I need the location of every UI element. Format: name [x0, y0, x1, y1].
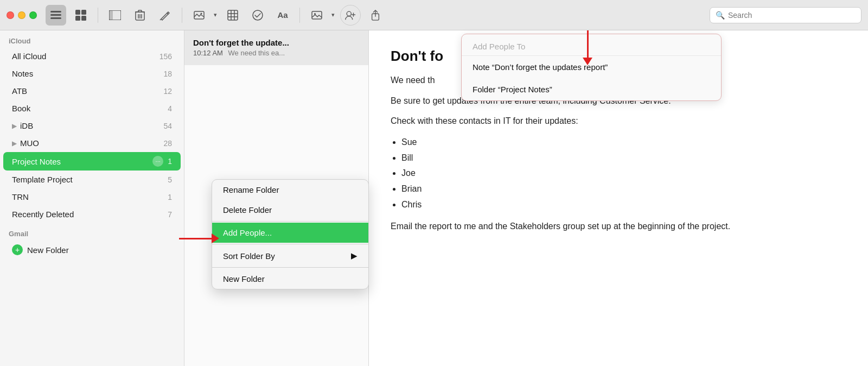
close-button[interactable]: [7, 11, 14, 19]
gmail-section-label: Gmail: [0, 223, 184, 240]
delete-folder-item[interactable]: Delete Folder: [212, 200, 368, 220]
svg-rect-19: [228, 10, 238, 20]
all-icloud-label: All iCloud: [12, 52, 157, 61]
idb-count: 54: [163, 122, 172, 130]
image-insert-button[interactable]: [307, 5, 327, 26]
red-arrow-side: [179, 234, 219, 243]
delete-button[interactable]: [130, 5, 150, 26]
svg-rect-25: [312, 11, 322, 19]
titlebar: ▾ Aa ▾: [0, 0, 868, 30]
panel-icon: [109, 10, 121, 20]
add-person-icon: [345, 10, 356, 21]
share-icon: [371, 10, 380, 21]
project-notes-count: 1: [168, 157, 172, 166]
idb-label: iDB: [20, 121, 161, 130]
main-layout: iCloud All iCloud 156 Notes 18 ATB 12 Bo…: [0, 30, 868, 366]
svg-rect-0: [50, 11, 61, 12]
project-notes-label: Project Notes: [12, 157, 152, 166]
font-label: Aa: [277, 10, 288, 20]
muo-count: 28: [163, 139, 172, 148]
arrow-line-top: [587, 30, 589, 58]
all-icloud-count: 156: [159, 52, 172, 61]
table-icon: [227, 10, 238, 21]
add-people-folder-option[interactable]: Folder “Project Notes”: [462, 78, 721, 100]
note-paragraph-3: Check with these contacts in IT for thei…: [391, 114, 846, 128]
media-button[interactable]: [189, 5, 209, 26]
expand-arrow-icon: ▶: [12, 122, 17, 130]
image-icon: [311, 10, 322, 21]
sidebar-icon: [50, 11, 61, 20]
sidebar-item-notes[interactable]: Notes 18: [3, 65, 181, 82]
atb-count: 12: [163, 87, 172, 96]
template-project-count: 5: [168, 175, 172, 184]
svg-rect-5: [75, 16, 80, 21]
recently-deleted-count: 7: [168, 210, 172, 219]
template-project-label: Template Project: [12, 175, 165, 184]
table-button[interactable]: [222, 5, 243, 26]
sort-folder-label: Sort Folder By: [223, 251, 275, 261]
atb-label: ATB: [12, 86, 161, 96]
sidebar-item-all-icloud[interactable]: All iCloud 156: [3, 48, 181, 65]
svg-point-18: [201, 12, 202, 14]
svg-point-24: [253, 10, 263, 20]
sidebar-item-new-folder[interactable]: + New Folder: [3, 241, 181, 259]
search-box[interactable]: 🔍: [710, 7, 861, 23]
grid-icon: [75, 10, 86, 21]
contact-joe: Joe: [401, 166, 846, 181]
muo-label: MUO: [20, 138, 161, 148]
new-folder-item[interactable]: New Folder: [212, 269, 368, 289]
note-list-item[interactable]: Don't forget the update... 10:12 AM We n…: [184, 30, 368, 65]
sidebar-item-muo[interactable]: ▶ MUO 28: [3, 135, 181, 152]
svg-rect-3: [75, 10, 80, 15]
context-menu-separator-3: [212, 267, 368, 268]
checklist-button[interactable]: [247, 5, 268, 26]
svg-rect-4: [81, 10, 86, 15]
add-people-button[interactable]: [340, 5, 361, 26]
sidebar-item-recently-deleted[interactable]: Recently Deleted 7: [3, 206, 181, 223]
add-people-item[interactable]: Add People...: [212, 223, 368, 243]
svg-rect-1: [50, 14, 61, 16]
search-input[interactable]: [728, 11, 856, 20]
sort-folder-item[interactable]: Sort Folder By ▶: [212, 245, 368, 266]
folder-panel-button[interactable]: [105, 5, 125, 26]
grid-view-button[interactable]: [71, 5, 91, 26]
note-title: Don't forget the update...: [193, 38, 360, 47]
image-dropdown-icon[interactable]: ▾: [331, 11, 335, 18]
media-dropdown-icon[interactable]: ▾: [214, 11, 217, 18]
svg-rect-6: [81, 16, 86, 21]
toolbar-separator-1: [98, 8, 98, 23]
book-count: 4: [168, 104, 172, 113]
book-label: Book: [12, 104, 165, 113]
compose-button[interactable]: [155, 5, 175, 26]
maximize-button[interactable]: [29, 11, 37, 19]
sidebar-item-book[interactable]: Book 4: [3, 100, 181, 117]
recently-deleted-label: Recently Deleted: [12, 210, 165, 219]
contact-list: Sue Bill Joe Brian Chris: [401, 135, 846, 213]
trash-icon: [135, 10, 145, 21]
new-folder-label: New Folder: [27, 245, 172, 255]
compose-icon: [159, 10, 170, 21]
sidebar-item-template-project[interactable]: Template Project 5: [3, 171, 181, 188]
contact-brian: Brian: [401, 181, 846, 197]
search-icon: 🔍: [716, 11, 725, 20]
sidebar: iCloud All iCloud 156 Notes 18 ATB 12 Bo…: [0, 30, 184, 366]
arrow-head-side: [212, 234, 219, 243]
minimize-button[interactable]: [18, 11, 25, 19]
context-menu-separator-1: [212, 221, 368, 222]
sidebar-item-trn[interactable]: TRN 1: [3, 188, 181, 205]
submenu-arrow-icon: ▶: [351, 251, 358, 261]
toolbar-separator-2: [182, 8, 182, 23]
red-arrow-top: [583, 30, 592, 65]
sidebar-toggle-button[interactable]: [46, 5, 66, 26]
sidebar-item-atb[interactable]: ATB 12: [3, 83, 181, 99]
arrow-head-top: [583, 58, 592, 65]
sidebar-item-project-notes[interactable]: Project Notes ··· 1: [3, 152, 181, 171]
rename-folder-item[interactable]: Rename Folder: [212, 180, 368, 200]
contact-sue: Sue: [401, 135, 846, 150]
notes-label: Notes: [12, 69, 161, 78]
sidebar-item-idb[interactable]: ▶ iDB 54: [3, 117, 181, 134]
context-menu: Rename Folder Delete Folder Add People..…: [212, 179, 369, 289]
share-button[interactable]: [365, 5, 386, 26]
svg-rect-8: [109, 10, 113, 20]
font-button[interactable]: Aa: [272, 5, 293, 26]
